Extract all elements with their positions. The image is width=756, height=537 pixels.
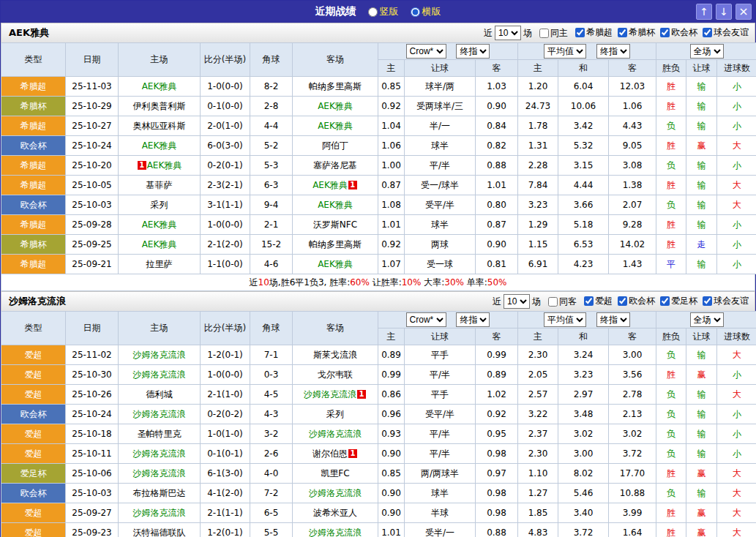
team-title: AEK雅典 [9, 26, 49, 40]
same-side-checkbox[interactable] [539, 29, 549, 38]
move-down-button[interactable]: ↓ [716, 4, 732, 20]
team-name[interactable]: AEK雅典 [318, 101, 353, 111]
team-name[interactable]: 采列 [151, 200, 168, 210]
match-row: 爱超25-10-26德利城2-1(1-0)4-5沙姆洛克流浪10.86平手1.0… [1, 385, 756, 405]
crown-home-odds: 0.90 [378, 444, 405, 464]
odds-moment-select-2[interactable]: 终指 [596, 44, 630, 59]
league-filter[interactable]: 欧会杯 [655, 26, 697, 39]
team-name[interactable]: 沃特福德联队 [133, 527, 186, 537]
team-name[interactable]: AEK雅典 [142, 239, 177, 249]
team-name[interactable]: 斯莱戈流浪 [313, 350, 357, 360]
team-name[interactable]: 沙姆洛克流浪 [133, 409, 186, 419]
horizontal-layout-radio[interactable] [411, 7, 420, 17]
team-name[interactable]: 沙姆洛克流浪 [304, 389, 356, 399]
horizontal-layout-option[interactable]: 横版 [411, 5, 441, 18]
team-name[interactable]: 沙姆洛克流浪 [309, 488, 362, 498]
team-name[interactable]: 波希米亚人 [313, 508, 357, 518]
vertical-layout-radio[interactable] [368, 7, 378, 17]
team-name[interactable]: 谢尔伯恩 [312, 448, 348, 459]
same-side-filter[interactable]: 同主 [534, 27, 568, 40]
league-filter-checkbox[interactable] [703, 296, 712, 306]
same-side-filter[interactable]: 同客 [543, 296, 577, 308]
odds-moment-select-2[interactable]: 终指 [596, 312, 630, 327]
crown-home-odds: 0.92 [378, 97, 405, 116]
away-team-cell: AEK雅典 [293, 97, 378, 116]
close-button[interactable]: × [736, 4, 752, 20]
col-type: 类型 [1, 312, 66, 345]
league-filter[interactable]: 欧会杯 [613, 295, 655, 307]
handicap-result-cell: 输 [686, 484, 717, 503]
team-name[interactable]: 布拉格斯巴达 [133, 488, 186, 498]
team-name[interactable]: 沙姆洛克流浪 [133, 508, 186, 518]
avg-draw-odds: 6.04 [558, 77, 609, 97]
team-name[interactable]: 戈尔韦联 [318, 369, 353, 380]
team-name[interactable]: 拉里萨 [146, 259, 173, 269]
team-name[interactable]: AEK雅典 [318, 259, 353, 269]
bookmaker-select[interactable]: Crow* [406, 44, 446, 59]
scope-select[interactable]: 全场 [690, 312, 724, 327]
team-name[interactable]: 奥林匹亚科斯 [133, 121, 186, 131]
team-name[interactable]: AEK雅典 [142, 219, 177, 230]
corner-cell: 5-3 [250, 156, 293, 176]
avg-away-odds: 2.07 [609, 195, 656, 215]
odds-moment-select[interactable]: 终指 [456, 44, 490, 59]
team-name[interactable]: 沙姆洛克流浪 [309, 429, 362, 439]
team-name[interactable]: 德利城 [146, 389, 173, 399]
team-name[interactable]: 沙姆洛克流浪 [133, 369, 186, 380]
team-name[interactable]: 阿伯丁 [322, 140, 348, 151]
odds-moment-select[interactable]: 终指 [456, 312, 490, 327]
team-name[interactable]: 凯里FC [321, 468, 349, 478]
match-count-select[interactable]: 10 [504, 294, 530, 309]
match-date: 25-09-23 [66, 523, 119, 537]
team-name[interactable]: 基菲萨 [146, 180, 173, 190]
league-filter-checkbox[interactable] [618, 296, 627, 306]
team-name[interactable]: 沙姆洛克流浪 [309, 527, 362, 537]
league-filter[interactable]: 爱足杯 [655, 295, 697, 307]
league-filter[interactable]: 球会友谊 [697, 26, 749, 39]
league-filter-checkbox[interactable] [703, 28, 712, 37]
league-filter-checkbox[interactable] [660, 28, 670, 37]
match-count-select[interactable]: 10 [495, 26, 521, 40]
team-name[interactable]: AEK雅典 [318, 121, 353, 131]
team-name[interactable]: AEK雅典 [142, 140, 177, 151]
team-name[interactable]: AEK雅典 [147, 160, 182, 170]
score-cell: 1-0(0-0) [201, 77, 250, 97]
red-card-badge: 1 [348, 181, 357, 189]
team-name[interactable]: AEK雅典 [142, 81, 177, 91]
avg-odds-select[interactable]: 平均值 [544, 44, 586, 59]
home-team-cell: 沙姆洛克流浪 [119, 444, 201, 464]
same-side-checkbox[interactable] [548, 297, 558, 307]
team-name[interactable]: 沙姆洛克流浪 [133, 350, 186, 360]
team-name[interactable]: AEK雅典 [318, 200, 353, 210]
league-badge: 爱超 [1, 424, 66, 444]
team-name[interactable]: 沙姆洛克流浪 [133, 448, 186, 459]
league-filter[interactable]: 希腊杯 [613, 26, 655, 39]
league-filter-checkbox[interactable] [584, 296, 594, 306]
league-filter-checkbox[interactable] [618, 28, 627, 37]
crown-away-odds: 0.98 [476, 444, 518, 464]
team-name[interactable]: 帕纳多里高斯 [309, 239, 362, 249]
team-name[interactable]: AEK雅典 [312, 180, 348, 190]
bookmaker-select[interactable]: Crow* [406, 312, 446, 327]
team-name[interactable]: 沃罗斯NFC [313, 219, 357, 230]
crown-home-odds: 0.87 [378, 176, 405, 195]
team-name[interactable]: 采列 [326, 409, 344, 419]
team-name[interactable]: 塞萨洛尼基 [313, 160, 357, 170]
crown-handicap: 球半 [405, 484, 476, 503]
team-name[interactable]: 沙姆洛克流浪 [133, 468, 186, 478]
goals-result-cell: 小 [717, 424, 756, 444]
team-name[interactable]: 帕纳多里高斯 [309, 81, 362, 91]
move-up-button[interactable]: ↑ [696, 4, 712, 20]
league-filter[interactable]: 希腊超 [570, 26, 613, 39]
league-filter-checkbox[interactable] [575, 28, 585, 37]
scope-select[interactable]: 全场 [690, 44, 724, 59]
avg-odds-select[interactable]: 平均值 [544, 312, 586, 327]
team-name[interactable]: 伊利奥普利斯 [133, 101, 186, 111]
home-team-cell: 德利城 [119, 385, 201, 405]
league-filter-checkbox[interactable] [660, 296, 670, 306]
team-name[interactable]: 圣帕特里克 [138, 429, 181, 439]
league-filter[interactable]: 球会友谊 [697, 295, 749, 307]
vertical-layout-option[interactable]: 竖版 [368, 5, 399, 18]
league-filter[interactable]: 爱超 [579, 295, 613, 307]
score-cell: 6-0(3-0) [201, 136, 250, 156]
